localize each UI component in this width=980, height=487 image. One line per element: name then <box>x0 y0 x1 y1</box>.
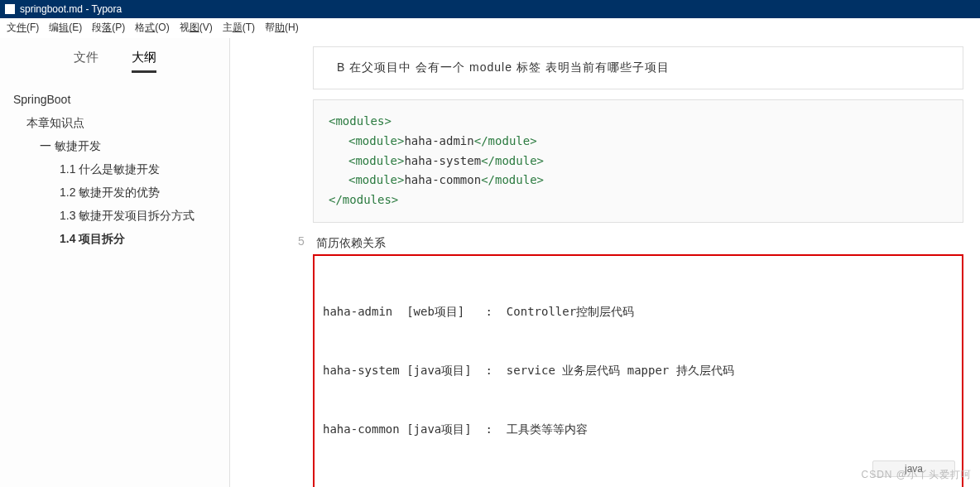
code-line: haha-common [java项目] : 工具类等等内容 <box>323 420 954 440</box>
xml-tag: </module> <box>481 173 544 186</box>
outline-item[interactable]: 1.1 什么是敏捷开发 <box>12 157 229 181</box>
xml-tag: <module> <box>348 154 404 167</box>
section-5[interactable]: 5 简历依赖关系 haha-admin [web项目] : Controller… <box>313 234 963 487</box>
menu-edit[interactable]: 编辑(E) <box>44 19 87 36</box>
menu-paragraph[interactable]: 段落(P) <box>87 19 130 36</box>
highlighted-code-block[interactable]: haha-admin [web项目] : Controller控制层代码 hah… <box>313 254 963 487</box>
sidebar: 文件 大纲 SpringBoot 本章知识点 一 敏捷开发 1.1 什么是敏捷开… <box>0 38 230 487</box>
xml-text: haha-common <box>404 173 481 186</box>
outline-item[interactable]: 一 敏捷开发 <box>12 134 229 157</box>
menu-format[interactable]: 格式(O) <box>130 19 174 36</box>
xml-tag: <module> <box>348 173 404 186</box>
menu-file[interactable]: 文件(F) <box>2 19 44 36</box>
xml-tag: <module> <box>348 134 404 147</box>
code-line: haha-admin [web项目] : Controller控制层代码 <box>323 302 954 322</box>
outline-item[interactable]: 本章知识点 <box>12 111 229 134</box>
outline-item[interactable]: SpringBoot <box>12 88 229 111</box>
editor-area[interactable]: B 在父项目中 会有一个 module 标签 表明当前有哪些子项目 <modul… <box>230 38 980 487</box>
section-title: 简历依赖关系 <box>313 234 963 254</box>
main-area: 文件 大纲 SpringBoot 本章知识点 一 敏捷开发 1.1 什么是敏捷开… <box>0 38 980 487</box>
menu-help[interactable]: 帮助(H) <box>260 19 304 36</box>
xml-tag: </module> <box>481 154 544 167</box>
sidebar-tabs: 文件 大纲 <box>0 38 229 81</box>
window-title-bar: springboot.md - Typora <box>0 0 980 18</box>
outline-tree: SpringBoot 本章知识点 一 敏捷开发 1.1 什么是敏捷开发 1.2 … <box>0 81 229 250</box>
menu-bar: 文件(F) 编辑(E) 段落(P) 格式(O) 视图(V) 主题(T) 帮助(H… <box>0 18 980 38</box>
code-line <box>323 480 954 487</box>
line-number: 5 <box>298 234 305 248</box>
xml-tag: <modules> <box>329 114 392 128</box>
xml-tag: </module> <box>474 134 537 147</box>
outline-item[interactable]: 1.3 敏捷开发项目拆分方式 <box>12 204 229 227</box>
menu-theme[interactable]: 主题(T) <box>218 19 260 36</box>
xml-text: haha-system <box>404 154 481 167</box>
xml-text: haha-admin <box>404 134 473 147</box>
code-block-modules[interactable]: <modules> <module>haha-admin</module> <m… <box>313 99 963 223</box>
menu-view[interactable]: 视图(V) <box>175 19 218 36</box>
tab-outline[interactable]: 大纲 <box>132 50 156 73</box>
window-title: springboot.md - Typora <box>20 3 122 15</box>
paragraph-block[interactable]: B 在父项目中 会有一个 module 标签 表明当前有哪些子项目 <box>313 46 963 89</box>
xml-tag: </modules> <box>329 193 398 206</box>
app-icon <box>5 4 15 14</box>
code-line: haha-system [java项目] : service 业务层代码 map… <box>323 361 954 381</box>
outline-item[interactable]: 1.2 敏捷开发的优势 <box>12 181 229 204</box>
outline-item[interactable]: 1.4 项目拆分 <box>12 227 229 250</box>
watermark: CSDN @小丫头爱打呵 <box>861 468 972 482</box>
tab-files[interactable]: 文件 <box>74 50 98 73</box>
